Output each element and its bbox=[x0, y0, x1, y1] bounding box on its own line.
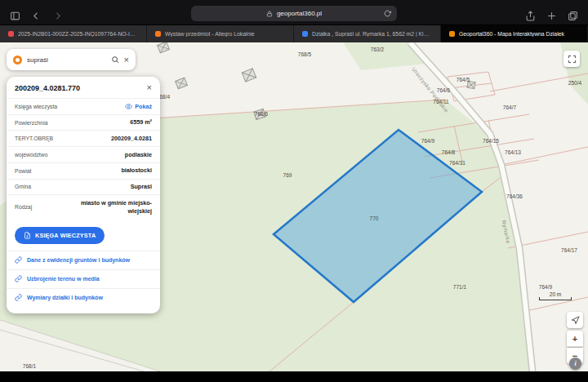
tab-favicon-icon bbox=[449, 31, 455, 37]
geoportal-logo-icon bbox=[13, 56, 22, 64]
letterbox-bottom bbox=[0, 371, 588, 382]
panel-link[interactable]: Dane z ewidencji gruntów i budynków bbox=[7, 251, 160, 269]
info-row: województwopodlaskie bbox=[7, 146, 160, 162]
browser-chrome: geoportal360.pl 2025-IN2B01-000ZZ-2025-I… bbox=[0, 0, 588, 42]
locate-button[interactable] bbox=[567, 312, 583, 328]
toolbar-left-group bbox=[10, 11, 63, 21]
scale-bar: 20 m bbox=[539, 291, 572, 300]
info-row: Powierzchnia6559 m² bbox=[7, 114, 160, 131]
row-value: podlaskie bbox=[125, 151, 152, 159]
info-row: GminaSupraśl bbox=[7, 179, 160, 195]
link-icon bbox=[15, 275, 22, 282]
link-icon bbox=[15, 256, 22, 264]
url-bar[interactable]: geoportal360.pl bbox=[191, 6, 397, 21]
browser-tab[interactable]: Działka , Supraśl ul. Rymarka 1, 6562 m2… bbox=[294, 25, 441, 42]
info-row: Księga wieczystaPokaż bbox=[7, 98, 160, 114]
browser-tab[interactable]: 2025-IN2B01-000ZZ-2025-INQ1097764-NO-IN2… bbox=[0, 25, 147, 42]
browser-tab[interactable]: Wystaw przedmiot - Allegro Lokalnie bbox=[147, 25, 294, 42]
panel-link-label: Wymiary działki i budynków bbox=[27, 295, 103, 300]
row-label: Powierzchnia bbox=[15, 120, 52, 126]
tab-favicon-icon bbox=[155, 31, 161, 37]
row-value: 6559 m² bbox=[130, 118, 152, 127]
tab-label: 2025-IN2B01-000ZZ-2025-INQ1097764-NO-IN2… bbox=[18, 31, 138, 37]
link-label: Pokaż bbox=[135, 103, 152, 111]
back-icon[interactable] bbox=[31, 11, 42, 21]
url-text: geoportal360.pl bbox=[277, 10, 322, 17]
browser-tab[interactable]: Geoportal360 - Mapa Interaktywna Działek bbox=[441, 25, 588, 42]
scale-label: 20 m bbox=[539, 291, 572, 297]
row-label: województwo bbox=[15, 152, 52, 158]
sidebar-icon[interactable] bbox=[10, 11, 20, 21]
info-row: Rodzajmiasto w gminie miejsko-wiejskiej bbox=[7, 194, 160, 218]
toolbar-right-group bbox=[525, 11, 578, 21]
search-close-icon[interactable]: × bbox=[124, 56, 129, 64]
row-label: Rodzaj bbox=[15, 204, 37, 210]
row-value: 200209_4.0281 bbox=[111, 135, 152, 143]
fullscreen-button[interactable] bbox=[564, 51, 580, 67]
info-rows: Księga wieczystaPokażPowierzchnia6559 m²… bbox=[7, 98, 160, 219]
info-button[interactable]: i bbox=[569, 358, 581, 370]
lock-icon bbox=[266, 11, 273, 17]
new-tab-icon[interactable] bbox=[546, 11, 557, 21]
panel-links: Dane z ewidencji gruntów i budynkówUzbro… bbox=[7, 251, 160, 307]
map-canvas[interactable]: 768/5763/2768/4764/5764/6764/11250/4768/… bbox=[0, 42, 588, 371]
search-icon[interactable] bbox=[111, 56, 119, 64]
panel-close-icon[interactable]: × bbox=[147, 83, 152, 92]
info-row: Powiatbiałostocki bbox=[7, 162, 160, 179]
tab-favicon-icon bbox=[8, 31, 14, 37]
panel-header: 200209_4.0281.770 × bbox=[7, 77, 160, 98]
share-icon[interactable] bbox=[525, 11, 536, 21]
link-icon bbox=[15, 294, 22, 301]
row-value: miasto w gminie miejsko-wiejskiej bbox=[69, 199, 152, 215]
tab-label: Wystaw przedmiot - Allegro Lokalnie bbox=[165, 31, 255, 37]
show-ksiega-link[interactable]: Pokaż bbox=[125, 103, 152, 111]
ksiega-wieczysta-button[interactable]: KSIĘGA WIECZYSTA bbox=[15, 227, 105, 244]
scale-bracket bbox=[539, 297, 572, 300]
refresh-icon[interactable] bbox=[384, 10, 391, 17]
tab-favicon-icon bbox=[302, 31, 308, 37]
row-label: Gmina bbox=[15, 184, 36, 189]
panel-link-label: Dane z ewidencji gruntów i budynków bbox=[27, 257, 130, 263]
zoom-in-button[interactable]: + bbox=[567, 331, 583, 347]
panel-link[interactable]: Uzbrojenie terenu w media bbox=[7, 269, 160, 288]
eye-icon bbox=[125, 103, 132, 110]
row-value: białostocki bbox=[121, 167, 152, 175]
tab-strip: 2025-IN2B01-000ZZ-2025-INQ1097764-NO-IN2… bbox=[0, 24, 588, 42]
parcel-info-panel: 200209_4.0281.770 × Księga wieczystaPoka… bbox=[7, 77, 160, 313]
tab-label: Działka , Supraśl ul. Rymarka 1, 6562 m2… bbox=[312, 31, 432, 37]
search-bar[interactable]: × bbox=[7, 49, 136, 70]
kw-button-label: KSIĘGA WIECZYSTA bbox=[35, 232, 96, 239]
panel-link-label: Uzbrojenie terenu w media bbox=[27, 276, 100, 282]
tabs-overview-icon[interactable] bbox=[568, 11, 578, 21]
row-value: Supraśl bbox=[131, 183, 152, 191]
row-label: Powiat bbox=[15, 168, 36, 174]
row-label: Księga wieczysta bbox=[15, 104, 62, 109]
parcel-id-title: 200209_4.0281.770 bbox=[15, 84, 80, 92]
tab-label: Geoportal360 - Mapa Interaktywna Działek bbox=[459, 31, 564, 37]
forward-icon[interactable] bbox=[52, 11, 63, 21]
row-label: TERYT.OBRĘB bbox=[15, 135, 58, 141]
search-input[interactable] bbox=[27, 56, 106, 64]
document-icon bbox=[24, 232, 31, 239]
info-row: TERYT.OBRĘB200209_4.0281 bbox=[7, 130, 160, 146]
panel-link[interactable]: Wymiary działki i budynków bbox=[7, 288, 160, 307]
browser-toolbar: geoportal360.pl bbox=[0, 0, 588, 24]
